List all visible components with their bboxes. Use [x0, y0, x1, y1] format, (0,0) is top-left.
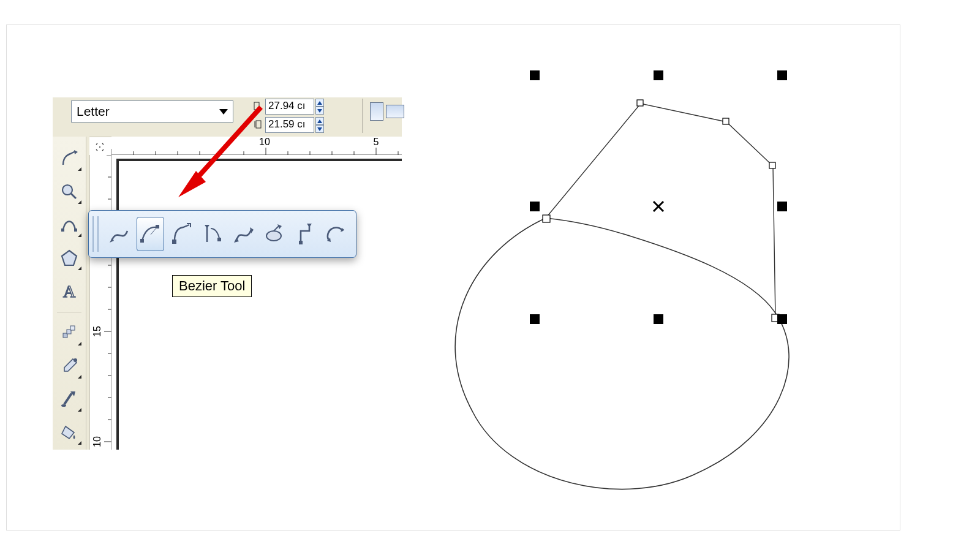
width-icon: [252, 101, 265, 112]
svg-rect-56: [172, 240, 176, 244]
svg-rect-0: [254, 102, 259, 110]
polyline-tool-button[interactable]: [230, 217, 257, 251]
curve-flyout-toolbar[interactable]: [88, 210, 356, 258]
selection-handle-tm[interactable]: [654, 70, 663, 80]
height-icon: [252, 119, 265, 130]
page-width-input[interactable]: 27.94 cı: [265, 99, 314, 115]
artistic-media-tool-button[interactable]: [168, 217, 195, 251]
dimension-tool-button[interactable]: [322, 217, 350, 251]
svg-rect-53: [140, 239, 144, 243]
selection-handle-mr[interactable]: [777, 202, 787, 211]
zoom-tool-button[interactable]: [56, 178, 83, 205]
vertical-ruler[interactable]: 20 15 10: [91, 155, 111, 450]
canvas-preview: [435, 68, 815, 515]
polygon-tool-button[interactable]: [56, 244, 83, 271]
landscape-button[interactable]: [386, 105, 404, 118]
portrait-button[interactable]: [370, 102, 383, 121]
figure-container: Letter 27.94 cı 21.59 cı: [6, 25, 900, 530]
svg-marker-64: [307, 224, 312, 227]
svg-rect-65: [299, 241, 303, 244]
svg-rect-48: [70, 326, 75, 330]
document-page[interactable]: [116, 159, 402, 450]
page-height-input[interactable]: 21.59 cı: [265, 117, 314, 133]
svg-marker-58: [205, 225, 209, 228]
svg-rect-59: [217, 238, 221, 241]
svg-marker-3: [317, 109, 322, 113]
orientation-buttons: [370, 102, 404, 121]
height-spin-down[interactable]: [315, 125, 324, 133]
svg-marker-6: [317, 119, 322, 123]
svg-marker-2: [317, 101, 322, 105]
selection-center-marker: [654, 202, 663, 211]
ruler-v-label-10: 10: [92, 436, 102, 447]
shape-tool-button[interactable]: [56, 145, 83, 172]
bezier-node[interactable]: [543, 215, 550, 222]
curve-tool-button[interactable]: [56, 211, 83, 238]
toolbox: A: [53, 137, 86, 450]
svg-point-40: [62, 185, 72, 195]
3point-curve-tool-button[interactable]: [260, 217, 288, 251]
svg-point-51: [61, 404, 66, 407]
ruler-h-label-10: 10: [259, 137, 270, 147]
chevron-down-icon: [219, 109, 228, 115]
bezier-node[interactable]: [637, 100, 643, 106]
svg-point-8: [99, 146, 100, 148]
svg-rect-4: [256, 121, 261, 128]
toolbox-divider: [57, 312, 81, 312]
svg-point-62: [266, 231, 281, 241]
svg-rect-42: [61, 228, 64, 232]
selection-handle-ml[interactable]: [530, 202, 540, 211]
canvas-svg: [435, 68, 815, 515]
flyout-grip[interactable]: [92, 216, 99, 252]
bezier-tooltip: Bezier Tool: [172, 275, 252, 297]
app-ui-panel: Letter 27.94 cı 21.59 cı: [53, 97, 402, 450]
text-tool-button[interactable]: A: [56, 278, 83, 304]
width-spinner[interactable]: [315, 99, 324, 115]
fill-tool-button[interactable]: [56, 419, 83, 446]
height-spinner[interactable]: [315, 117, 324, 133]
selection-handle-br[interactable]: [777, 314, 787, 324]
svg-point-49: [74, 358, 77, 362]
ruler-origin[interactable]: [91, 139, 109, 155]
width-spin-up[interactable]: [315, 99, 324, 107]
drawn-polyline[interactable]: [546, 104, 775, 318]
selection-handle-bl[interactable]: [530, 314, 540, 324]
width-spin-down[interactable]: [315, 107, 324, 115]
page-size-dropdown[interactable]: Letter: [71, 100, 233, 123]
ruler-h-label-5: 5: [374, 137, 379, 147]
page-dimensions-group: 27.94 cı 21.59 cı: [252, 97, 341, 134]
horizontal-ruler[interactable]: 10 5: [111, 137, 402, 155]
svg-marker-39: [74, 150, 78, 154]
selection-handle-bm[interactable]: [654, 314, 663, 324]
eyedropper-tool-button[interactable]: [56, 353, 83, 380]
selection-handle-tl[interactable]: [530, 70, 540, 80]
propertybar-separator: [362, 99, 363, 133]
selection-handle-tr[interactable]: [777, 70, 787, 80]
ruler-v-label-15: 15: [92, 326, 102, 337]
freehand-tool-button[interactable]: [106, 217, 134, 251]
interactive-tool-button[interactable]: [56, 320, 83, 347]
page-size-value: Letter: [77, 104, 110, 119]
svg-line-41: [71, 194, 76, 198]
pen-tool-button[interactable]: [198, 217, 226, 251]
bezier-node[interactable]: [769, 162, 775, 168]
svg-text:A: A: [63, 282, 76, 301]
connector-tool-button[interactable]: [292, 217, 319, 251]
svg-rect-43: [74, 228, 77, 232]
outline-tool-button[interactable]: [56, 386, 83, 413]
svg-marker-60: [234, 238, 239, 243]
svg-marker-7: [317, 127, 322, 131]
bezier-node[interactable]: [723, 118, 729, 124]
drawn-ellipse-path[interactable]: [455, 218, 789, 489]
bezier-tool-button[interactable]: [137, 217, 164, 251]
svg-marker-44: [62, 251, 77, 265]
height-spin-up[interactable]: [315, 117, 324, 125]
